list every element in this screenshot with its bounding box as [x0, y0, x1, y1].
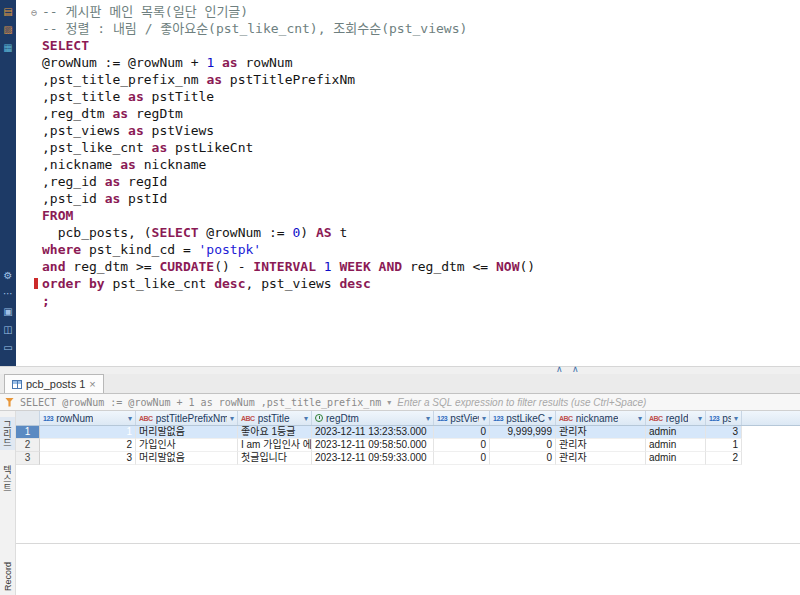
- column-filter-caret-icon[interactable]: ▾: [426, 414, 430, 423]
- datetime-type-icon: [315, 414, 323, 422]
- code-line[interactable]: ,nickname as nickname: [16, 156, 800, 173]
- column-filter-caret-icon[interactable]: ▾: [734, 414, 738, 423]
- code-line[interactable]: ,reg_dtm as regDtm: [16, 105, 800, 122]
- cell-regId[interactable]: admin: [646, 426, 706, 439]
- numeric-type-icon: 123: [709, 415, 719, 422]
- cell-pstId[interactable]: 1: [706, 439, 742, 452]
- line-gutter: [16, 54, 42, 71]
- column-filter-caret-icon[interactable]: ▾: [698, 414, 702, 423]
- more-options-icon[interactable]: ⋯: [0, 286, 16, 304]
- tab-pcb-posts[interactable]: pcb_posts 1 ×: [4, 374, 104, 393]
- cell-regId[interactable]: admin: [646, 439, 706, 452]
- column-header-pstViews[interactable]: 123pstViews▾: [434, 411, 490, 425]
- column-header-rowNum[interactable]: 123rowNum▾: [40, 411, 136, 425]
- code-line[interactable]: ,pst_like_cnt as pstLikeCnt: [16, 139, 800, 156]
- script-icon[interactable]: ▨: [0, 22, 16, 40]
- editor-results-sash[interactable]: ∧ ∧: [0, 366, 800, 374]
- code-line[interactable]: ,pst_title as pstTitle: [16, 88, 800, 105]
- code-line[interactable]: ;: [16, 292, 800, 309]
- column-header-pstTitlePrefixNm[interactable]: ABCpstTitlePrefixNm▾: [136, 411, 238, 425]
- code-line[interactable]: FROM: [16, 207, 800, 224]
- cell-regId[interactable]: admin: [646, 452, 706, 465]
- cell-pstTitle[interactable]: 좋아요 1등글: [238, 426, 312, 439]
- table-row[interactable]: 22가입인사I am 가입인사 에요2023-12-11 09:58:50.00…: [16, 439, 800, 452]
- row-number[interactable]: 3: [16, 452, 40, 465]
- cell-nickname[interactable]: 관리자: [556, 452, 646, 465]
- column-filter-caret-icon[interactable]: ▾: [304, 414, 308, 423]
- code-line[interactable]: and reg_dtm >= CURDATE() - INTERVAL 1 WE…: [16, 258, 800, 275]
- cell-regDtm[interactable]: 2023-12-11 09:59:33.000: [312, 452, 434, 465]
- column-filter-caret-icon[interactable]: ▾: [548, 414, 552, 423]
- code-line[interactable]: -- 정렬 : 내림 / 좋아요순(pst_like_cnt), 조회수순(ps…: [16, 20, 800, 37]
- code-line[interactable]: @rowNum := @rowNum + 1 as rowNum: [16, 54, 800, 71]
- cell-rowNum[interactable]: 1: [40, 426, 136, 439]
- cell-nickname[interactable]: 관리자: [556, 439, 646, 452]
- tab-text-view[interactable]: 텍스트: [0, 462, 15, 495]
- filter-expand-icon[interactable]: ▾: [387, 398, 391, 407]
- cell-pstTitlePrefixNm[interactable]: 머리말없음: [136, 426, 238, 439]
- column-header-regDtm[interactable]: regDtm▾: [312, 411, 434, 425]
- cell-regDtm[interactable]: 2023-12-11 09:58:50.000: [312, 439, 434, 452]
- column-filter-caret-icon[interactable]: ▾: [128, 414, 132, 423]
- code-line[interactable]: ,pst_title_prefix_nm as pstTitlePrefixNm: [16, 71, 800, 88]
- grid-corner-cell[interactable]: [16, 411, 40, 425]
- sql-editor[interactable]: ⊖-- 게시판 메인 목록(일단 인기글)-- 정렬 : 내림 / 좋아요순(p…: [16, 0, 800, 366]
- settings-gear-icon[interactable]: ⚙: [0, 268, 16, 286]
- code-line[interactable]: ,reg_id as regId: [16, 173, 800, 190]
- row-number[interactable]: 2: [16, 439, 40, 452]
- code-token: order by: [42, 275, 105, 292]
- minimize-panel-icon[interactable]: ▭: [0, 340, 16, 358]
- column-header-nickname[interactable]: ABCnickname▾: [556, 411, 646, 425]
- column-header-pstLikeCnt[interactable]: 123pstLikeCnt▾: [490, 411, 556, 425]
- column-filter-caret-icon[interactable]: ▾: [482, 414, 486, 423]
- cell-nickname[interactable]: 관리자: [556, 426, 646, 439]
- cell-rowNum[interactable]: 3: [40, 452, 136, 465]
- fold-icon[interactable]: ⊖: [31, 7, 37, 18]
- table-row[interactable]: 33머리말없음첫글입니다2023-12-11 09:59:33.00000관리자…: [16, 452, 800, 465]
- cell-pstViews[interactable]: 0: [434, 439, 490, 452]
- code-area[interactable]: ⊖-- 게시판 메인 목록(일단 인기글)-- 정렬 : 내림 / 좋아요순(p…: [16, 3, 800, 309]
- code-token: SELECT: [152, 224, 199, 241]
- cell-pstTitlePrefixNm[interactable]: 가입인사: [136, 439, 238, 452]
- maximize-panel-icon[interactable]: ∧: [572, 364, 579, 374]
- code-line[interactable]: pcb_posts, (SELECT @rowNum := 0) AS t: [16, 224, 800, 241]
- cell-pstId[interactable]: 2: [706, 452, 742, 465]
- filter-sql-text[interactable]: SELECT @rowNum := @rowNum + 1 as rowNum …: [20, 397, 381, 408]
- record-button[interactable]: Record: [3, 562, 13, 591]
- column-header-regId[interactable]: ABCregId▾: [646, 411, 706, 425]
- cell-pstLikeCnt[interactable]: 9,999,999: [490, 426, 556, 439]
- cell-regDtm[interactable]: 2023-12-11 13:23:53.000: [312, 426, 434, 439]
- column-header-pstTitle[interactable]: ABCpstTitle▾: [238, 411, 312, 425]
- row-number[interactable]: 1: [16, 426, 40, 439]
- cell-pstViews[interactable]: 0: [434, 426, 490, 439]
- cell-rowNum[interactable]: 2: [40, 439, 136, 452]
- filter-funnel-icon[interactable]: [5, 398, 14, 407]
- code-line[interactable]: SELECT: [16, 37, 800, 54]
- result-grid[interactable]: 123rowNum▾ABCpstTitlePrefixNm▾ABCpstTitl…: [16, 411, 800, 595]
- code-line[interactable]: ,pst_id as pstId: [16, 190, 800, 207]
- split-panel-icon[interactable]: ◫: [0, 322, 16, 340]
- column-header-pstId[interactable]: 123pstId▾: [706, 411, 742, 425]
- code-line[interactable]: ⊖-- 게시판 메인 목록(일단 인기글): [16, 3, 800, 20]
- close-icon[interactable]: ×: [89, 378, 95, 390]
- database-navigator-icon[interactable]: ▦: [0, 40, 16, 58]
- column-filter-caret-icon[interactable]: ▾: [638, 414, 642, 423]
- layout-grid-icon[interactable]: ▣: [0, 304, 16, 322]
- cell-pstTitlePrefixNm[interactable]: 머리말없음: [136, 452, 238, 465]
- sql-editor-icon[interactable]: ▤: [0, 4, 16, 22]
- cell-pstViews[interactable]: 0: [434, 452, 490, 465]
- column-filter-caret-icon[interactable]: ▾: [230, 414, 234, 423]
- collapse-panel-icon[interactable]: ∧: [556, 364, 563, 374]
- cell-pstTitle[interactable]: 첫글입니다: [238, 452, 312, 465]
- cell-pstId[interactable]: 3: [706, 426, 742, 439]
- cell-pstLikeCnt[interactable]: 0: [490, 452, 556, 465]
- code-line[interactable]: ,pst_views as pstViews: [16, 122, 800, 139]
- code-line[interactable]: where pst_kind_cd = 'postpk': [16, 241, 800, 258]
- tab-grid-view[interactable]: 그리드: [0, 417, 15, 450]
- cell-pstTitle[interactable]: I am 가입인사 에요: [238, 439, 312, 452]
- cell-pstLikeCnt[interactable]: 0: [490, 439, 556, 452]
- code-line[interactable]: order by pst_like_cnt desc, pst_views de…: [16, 275, 800, 292]
- filter-input-placeholder[interactable]: Enter a SQL expression to filter results…: [397, 397, 646, 408]
- line-gutter: ⊖: [16, 3, 42, 20]
- table-row[interactable]: 11머리말없음좋아요 1등글2023-12-11 13:23:53.00009,…: [16, 426, 800, 439]
